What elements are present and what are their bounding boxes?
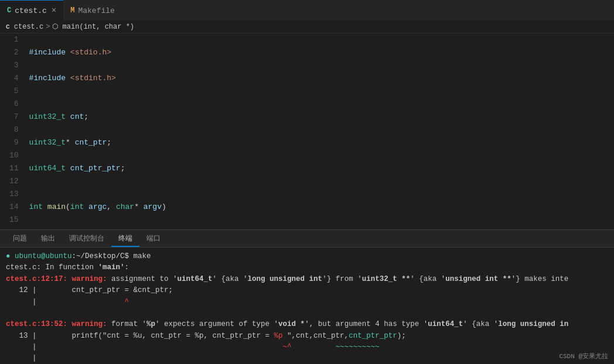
breadcrumb-file: C ctest.c: [6, 23, 43, 31]
panel-tab-ports[interactable]: 端口: [139, 231, 168, 247]
tab-ctest-close[interactable]: ×: [52, 6, 56, 15]
tab-ctest[interactable]: C ctest.c ×: [0, 0, 63, 20]
tab-bar: C ctest.c × M Makefile: [0, 0, 614, 20]
editor: 12345 678910 1112131415 #include <stdio.…: [0, 33, 614, 229]
code-line-2: #include <stdint.h>: [29, 72, 614, 85]
breadcrumb-function: ⬡ main(int, char *): [52, 22, 134, 31]
tab-ctest-label: ctest.c: [15, 6, 47, 15]
panel-tab-debug[interactable]: 调试控制台: [62, 231, 111, 247]
tab-makefile-label: Makefile: [78, 6, 114, 15]
panel-tab-output[interactable]: 输出: [34, 231, 62, 247]
m-file-icon: M: [70, 6, 74, 15]
breadcrumb-sep1: >: [46, 23, 50, 31]
panel: 问题 输出 调试控制台 终端 端口 ● ubuntu@ubuntu:~/Desk…: [0, 229, 614, 364]
code-line-4: uint32_t cnt;: [29, 111, 614, 123]
code-area: 12345 678910 1112131415 #include <stdio.…: [0, 33, 614, 229]
line-numbers: 12345 678910 1112131415: [0, 33, 25, 229]
code-line-6: uint64_t cnt_ptr_ptr;: [29, 162, 614, 175]
panel-tab-terminal[interactable]: 终端: [111, 231, 139, 247]
code-content: #include <stdio.h> #include <stdint.h> u…: [25, 33, 614, 229]
tab-makefile[interactable]: M Makefile: [63, 0, 122, 20]
code-line-8: int main(int argc, char* argv): [29, 201, 614, 214]
c-file-icon: C: [7, 6, 11, 15]
code-line-1: #include <stdio.h>: [29, 46, 614, 59]
panel-tab-problems[interactable]: 问题: [6, 231, 34, 247]
panel-tabs: 问题 输出 调试控制台 终端 端口: [0, 230, 614, 248]
terminal-content[interactable]: ● ubuntu@ubuntu:~/Desktop/C$ make ctest.…: [0, 248, 614, 364]
breadcrumb: C ctest.c > ⬡ main(int, char *): [0, 20, 614, 33]
code-line-5: uint32_t* cnt_ptr;: [29, 136, 614, 149]
csdn-badge: CSDN @安果尤拉: [559, 352, 608, 360]
